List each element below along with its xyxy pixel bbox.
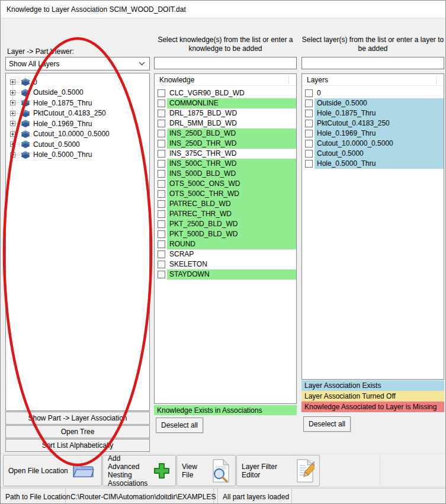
- checkbox[interactable]: [158, 170, 165, 178]
- expand-plus-icon[interactable]: [10, 90, 15, 95]
- expand-plus-icon[interactable]: [10, 79, 15, 85]
- checkbox[interactable]: [305, 110, 313, 117]
- layers-header: Select layer(s) from the list or enter a…: [301, 36, 444, 53]
- layer-filter-editor-button[interactable]: Layer Filter Editor: [236, 455, 320, 486]
- column-divider: [436, 75, 437, 84]
- layer-filter-editor-label: Layer Filter Editor: [242, 463, 287, 479]
- knowledge-deselect-all-button[interactable]: Deselect all: [156, 418, 203, 433]
- status-path-label: Path to File Location: [1, 489, 66, 504]
- knowledge-list[interactable]: Knowledge CLC_VGR90_BLD_WDCOMMONLINEDRL_…: [154, 73, 297, 404]
- knowledge-item[interactable]: OTS_500C_THR_WD: [155, 189, 296, 199]
- tree-item-label: Cutout_10.0000_0.5000: [33, 130, 110, 138]
- open-file-location-button[interactable]: Open File Location: [3, 455, 102, 486]
- view-file-button[interactable]: View File: [177, 455, 236, 486]
- expand-plus-icon[interactable]: [10, 142, 15, 147]
- knowledge-item[interactable]: INS_250D_THR_WD: [155, 139, 296, 149]
- expand-plus-icon[interactable]: [10, 100, 15, 105]
- tree-item[interactable]: Outside_0.5000: [6, 88, 149, 98]
- layer-item[interactable]: Hole_0.5000_Thru: [302, 159, 444, 169]
- layers-input[interactable]: [301, 57, 444, 69]
- knowledge-item[interactable]: DRL_1875_BLD_WD: [155, 108, 296, 118]
- checkbox[interactable]: [158, 120, 165, 127]
- tree-connector: [15, 134, 20, 134]
- sort-list-alphabetically-button[interactable]: Sort List Alphabetically: [5, 439, 150, 452]
- layer-item[interactable]: Hole_0.1969_Thru: [302, 129, 444, 139]
- expand-plus-icon[interactable]: [10, 131, 15, 137]
- list-item-label: Hole_0.5000_Thru: [315, 159, 444, 169]
- knowledge-item[interactable]: PATREC_BLD_WD: [155, 199, 296, 209]
- layer-item[interactable]: Outside_0.5000: [302, 98, 444, 108]
- checkbox[interactable]: [158, 160, 165, 168]
- checkbox[interactable]: [305, 120, 313, 127]
- knowledge-item[interactable]: OTS_500C_ONS_WD: [155, 179, 296, 189]
- knowledge-item[interactable]: INS_500D_BLD_WD: [155, 169, 296, 179]
- knowledge-item[interactable]: INS_375C_THR_WD: [155, 149, 296, 159]
- knowledge-item[interactable]: SCRAP: [155, 249, 296, 259]
- tree-item[interactable]: Cutout_10.0000_0.5000: [6, 129, 149, 140]
- expand-plus-icon[interactable]: [10, 111, 15, 116]
- knowledge-layer-association-window: Knowledge to Layer Association SCIM_WOOD…: [0, 0, 446, 504]
- show-part-layer-association-button[interactable]: Show Part -> Layer Association: [5, 412, 150, 425]
- tree-item[interactable]: Hole_0.1969_Thru: [6, 118, 149, 129]
- checkbox[interactable]: [158, 200, 165, 208]
- checkbox[interactable]: [305, 150, 313, 158]
- knowledge-item[interactable]: PKT_250D_BLD_WD: [155, 219, 296, 229]
- knowledge-input[interactable]: [154, 57, 297, 69]
- expand-plus-icon[interactable]: [10, 121, 15, 126]
- part-tree-list[interactable]: 0Outside_0.5000Hole_0.1875_ThruPktCutout…: [5, 73, 150, 411]
- layers-list[interactable]: Layers 0Outside_0.5000Hole_0.1875_ThruPk…: [301, 73, 444, 380]
- tree-item[interactable]: 0: [6, 77, 149, 88]
- knowledge-item[interactable]: CLC_VGR90_BLD_WD: [155, 88, 296, 98]
- checkbox[interactable]: [158, 140, 165, 147]
- checkbox[interactable]: [158, 230, 165, 238]
- checkbox[interactable]: [158, 220, 165, 228]
- knowledge-item[interactable]: PKT_500D_BLD_WD: [155, 229, 296, 239]
- layer-stack-icon: [21, 99, 30, 107]
- knowledge-item[interactable]: SKELETON: [155, 259, 296, 269]
- tree-item[interactable]: Hole_0.1875_Thru: [6, 98, 149, 108]
- checkbox[interactable]: [158, 150, 165, 158]
- checkbox[interactable]: [305, 160, 313, 168]
- layers-deselect-all-button[interactable]: Deselect all: [303, 416, 351, 432]
- checkbox[interactable]: [305, 130, 313, 137]
- knowledge-item[interactable]: INS_500C_THR_WD: [155, 159, 296, 169]
- checkbox[interactable]: [158, 261, 165, 268]
- checkbox[interactable]: [305, 99, 313, 107]
- checkbox[interactable]: [158, 251, 165, 258]
- tree-item-label: Hole_0.1875_Thru: [33, 99, 92, 107]
- knowledge-item[interactable]: PATREC_THR_WD: [155, 209, 296, 219]
- checkbox[interactable]: [305, 140, 313, 147]
- checkbox[interactable]: [158, 271, 165, 278]
- checkbox[interactable]: [158, 99, 165, 107]
- show-layers-dropdown[interactable]: Show All Layers: [5, 57, 150, 70]
- checkbox[interactable]: [158, 110, 165, 117]
- list-item-label: INS_500C_THR_WD: [167, 159, 296, 169]
- knowledge-item[interactable]: DRL_5MM_BLD_WD: [155, 118, 296, 129]
- checkbox[interactable]: [158, 180, 165, 188]
- tree-item[interactable]: PktCutout_0.4183_250: [6, 108, 149, 119]
- knowledge-item[interactable]: STAYDOWN: [155, 269, 296, 280]
- knowledge-item[interactable]: INS_250D_BLD_WD: [155, 129, 296, 139]
- tree-item[interactable]: Hole_0.5000_Thru: [6, 150, 149, 160]
- checkbox[interactable]: [305, 89, 313, 97]
- layer-item[interactable]: Hole_0.1875_Thru: [302, 108, 444, 118]
- checkbox[interactable]: [158, 130, 165, 137]
- checkbox[interactable]: [158, 89, 165, 97]
- add-advanced-nesting-associations-button[interactable]: Add Advanced Nesting Associations: [102, 455, 176, 486]
- knowledge-item[interactable]: COMMONLINE: [155, 98, 296, 108]
- layer-stack-icon: [21, 120, 30, 127]
- layer-item[interactable]: PktCutout_0.4183_250: [302, 118, 444, 129]
- checkbox[interactable]: [158, 190, 165, 198]
- expand-plus-icon[interactable]: [10, 152, 15, 158]
- open-tree-button[interactable]: Open Tree: [5, 425, 150, 438]
- knowledge-item[interactable]: ROUND: [155, 239, 296, 249]
- checkbox[interactable]: [158, 240, 165, 248]
- window-title: Knowledge to Layer Association SCIM_WOOD…: [7, 5, 186, 14]
- layer-item[interactable]: Cutout_10.0000_0.5000: [302, 139, 444, 149]
- layer-item[interactable]: 0: [302, 88, 444, 98]
- checkbox[interactable]: [158, 210, 165, 218]
- tree-item[interactable]: Cutout_0.5000: [6, 139, 149, 150]
- layers-list-title: Layers: [307, 76, 328, 84]
- list-item-label: INS_375C_THR_WD: [167, 149, 296, 159]
- layer-item[interactable]: Cutout_0.5000: [302, 149, 444, 159]
